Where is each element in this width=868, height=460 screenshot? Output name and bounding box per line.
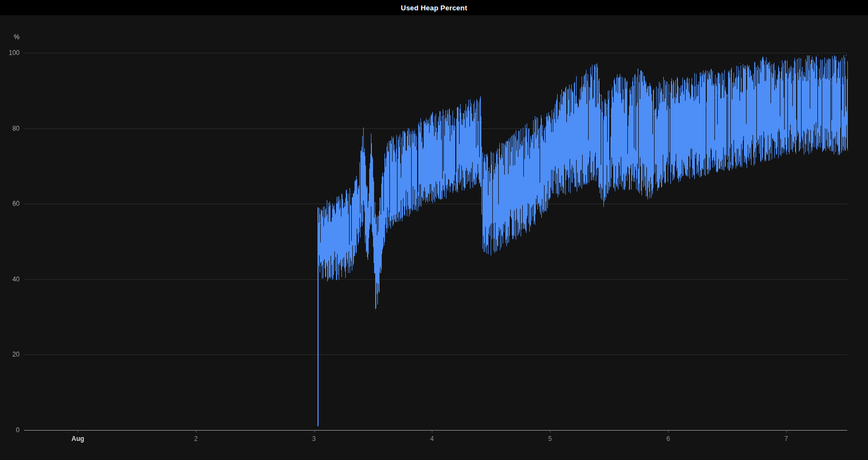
heap-chart-panel: Used Heap Percent 020406080100%Aug234567 <box>0 0 868 460</box>
heap-percent-chart-canvas <box>0 15 868 460</box>
chart-title: Used Heap Percent <box>401 4 467 12</box>
chart-area: 020406080100%Aug234567 <box>0 15 868 460</box>
chart-title-bar: Used Heap Percent <box>0 0 868 15</box>
